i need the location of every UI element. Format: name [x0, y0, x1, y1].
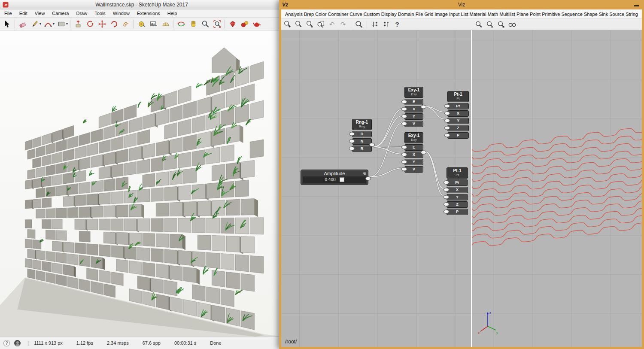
port-input-oval[interactable]	[444, 119, 450, 123]
move-tool-button[interactable]	[96, 18, 108, 30]
menu-item[interactable]: Multilist	[499, 12, 515, 17]
menu-item[interactable]: String	[626, 12, 638, 17]
menu-item[interactable]: Brep	[304, 12, 314, 17]
port-row[interactable]: P	[447, 132, 469, 139]
port-row[interactable]: V	[404, 121, 423, 127]
menu-item[interactable]: Primitive	[542, 12, 560, 17]
menu-item[interactable]: Input	[449, 12, 459, 17]
zoom-reset-button[interactable]: ×	[304, 20, 315, 29]
port-row[interactable]: Pr	[447, 103, 469, 109]
tape-measure-tool-button[interactable]	[136, 18, 147, 30]
port-input-oval[interactable]	[401, 153, 407, 157]
orbit-tool-button[interactable]	[175, 18, 187, 30]
search-button[interactable]	[354, 20, 364, 29]
line-tool-button[interactable]	[29, 18, 40, 30]
viewport-zoom-reset-button[interactable]: ×	[496, 20, 506, 29]
menu-item[interactable]: Curve	[349, 12, 362, 17]
followme-tool-button[interactable]	[84, 18, 96, 30]
port-input-oval[interactable]	[444, 112, 450, 115]
port-input-oval[interactable]	[401, 122, 407, 126]
zoom-in-button[interactable]: +	[282, 20, 292, 29]
sketchup-3d-viewport[interactable]	[0, 30, 283, 337]
arc-tool-button[interactable]	[42, 18, 54, 30]
menu-item[interactable]: Display	[381, 12, 397, 17]
line-tool-dropdown[interactable]: ▾	[39, 22, 41, 26]
node-amplitude-slider[interactable]: Amplitude 0.400	[301, 170, 368, 185]
port-input-oval[interactable]	[444, 203, 449, 206]
redo-button[interactable]: ↷	[338, 20, 348, 29]
menu-item[interactable]: File	[4, 11, 12, 16]
menu-item[interactable]: Extensions	[137, 11, 160, 16]
node-exy-1-bottom[interactable]: Exy-1 Exy E X Y V	[404, 132, 423, 173]
port-input-oval[interactable]	[401, 146, 407, 149]
port-row[interactable]: Y	[404, 113, 423, 120]
amplitude-slider-track[interactable]: 0.400	[303, 176, 366, 183]
camera-link-button[interactable]	[507, 20, 517, 29]
menu-item[interactable]: Domain	[398, 12, 414, 17]
port-row[interactable]: Z	[447, 125, 469, 131]
offset-tool-button[interactable]	[120, 18, 132, 30]
viz-titlebar[interactable]: Vz Viz	[279, 0, 644, 9]
reorder-up-button[interactable]	[381, 20, 391, 29]
port-row[interactable]: N	[352, 138, 372, 145]
node-canvas[interactable]: Amplitude 0.400 Rng-1	[281, 30, 642, 347]
menu-item[interactable]: Help	[167, 11, 177, 16]
render-gem-button[interactable]	[227, 18, 238, 30]
port-input-oval[interactable]	[444, 195, 449, 199]
port-row[interactable]: Y	[404, 159, 423, 165]
menu-item[interactable]: Sequence	[561, 12, 583, 17]
undo-button[interactable]: ↶	[327, 20, 337, 29]
menu-item[interactable]: Analysis	[285, 12, 303, 17]
node-exy-1-top[interactable]: Exy-1 Exy E X Y V	[404, 87, 423, 127]
rotate-tool-button[interactable]	[108, 18, 120, 30]
port-input-oval[interactable]	[401, 115, 407, 118]
menu-item[interactable]: Sink	[599, 12, 608, 17]
port-row[interactable]: X	[447, 187, 468, 193]
port-input-oval[interactable]	[401, 167, 407, 171]
zoom-extents-tool-button[interactable]	[211, 18, 223, 30]
viewport-zoom-out-button[interactable]: −	[485, 20, 495, 29]
menu-item[interactable]: Shape	[584, 12, 598, 17]
port-output-oval[interactable]	[369, 143, 375, 146]
menu-item[interactable]: Grid	[424, 12, 433, 17]
port-row[interactable]: D	[352, 131, 372, 137]
menu-item[interactable]: Material	[470, 12, 486, 17]
port-input-oval[interactable]	[349, 132, 355, 136]
menu-item[interactable]: Edit	[19, 11, 27, 16]
port-input-oval[interactable]	[401, 107, 407, 111]
port-row[interactable]: X	[447, 110, 469, 117]
menu-item[interactable]: List	[461, 12, 468, 17]
node-pt-1-bottom[interactable]: Pt-1 Pt Pr X Y Z	[447, 167, 468, 215]
amplitude-slider-handle[interactable]	[340, 177, 344, 182]
port-row[interactable]: V	[404, 166, 423, 173]
port-input-oval[interactable]	[401, 160, 407, 164]
menu-item[interactable]: Container	[328, 12, 349, 17]
port-input-oval[interactable]	[444, 134, 450, 137]
protractor-tool-button[interactable]	[160, 18, 171, 30]
pan-tool-button[interactable]	[187, 18, 199, 30]
zoom-fit-button[interactable]	[316, 20, 326, 29]
reorder-down-button[interactable]	[370, 20, 380, 29]
eraser-tool-button[interactable]	[17, 18, 28, 30]
port-row[interactable]: Y	[447, 118, 469, 124]
menu-item[interactable]: Color	[315, 12, 326, 17]
port-row[interactable]: R	[352, 146, 372, 152]
viewport-zoom-in-button[interactable]: +	[474, 20, 484, 29]
render-spheres-button[interactable]	[239, 18, 250, 30]
zoom-out-button[interactable]: −	[293, 20, 304, 29]
port-input-oval[interactable]	[349, 147, 355, 151]
port-row[interactable]: E	[404, 144, 423, 151]
port-row[interactable]: Z	[447, 201, 468, 208]
port-output-oval[interactable]	[421, 105, 426, 109]
minimize-button[interactable]	[632, 1, 641, 8]
port-output-oval[interactable]	[421, 150, 426, 154]
menu-item[interactable]: Image	[434, 12, 448, 17]
account-status-icon[interactable]	[14, 340, 21, 346]
port-row[interactable]: E	[404, 99, 423, 105]
menu-item[interactable]: Point	[530, 12, 541, 17]
text-tool-button[interactable]: A1	[148, 18, 159, 30]
port-row[interactable]: Y	[447, 194, 468, 200]
rectangle-tool-dropdown[interactable]: ▾	[66, 22, 68, 26]
rectangle-tool-button[interactable]	[55, 18, 67, 30]
pushpull-tool-button[interactable]	[72, 18, 84, 30]
